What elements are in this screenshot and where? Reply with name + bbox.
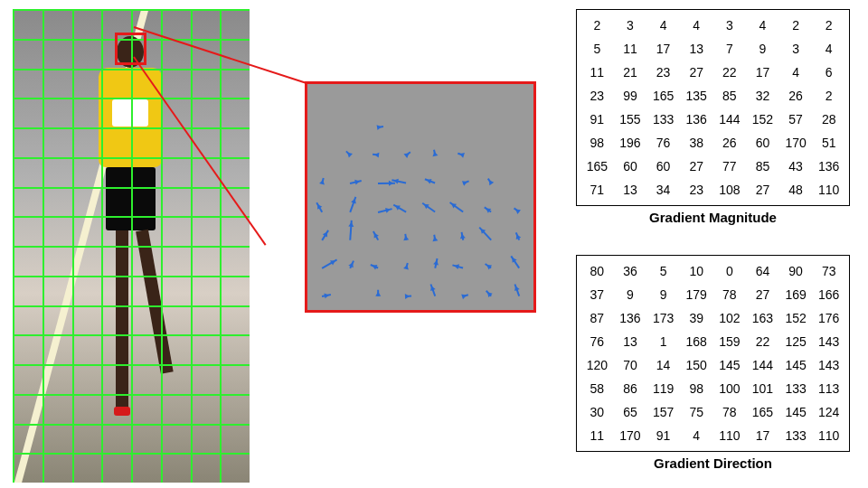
matrix-cell: 155 xyxy=(614,112,647,127)
selected-cell-box xyxy=(115,33,146,65)
matrix-cell: 159 xyxy=(713,334,747,349)
matrix-cell: 145 xyxy=(713,358,747,372)
matrix-cell: 36 xyxy=(614,264,647,278)
matrix-cell: 99 xyxy=(614,89,647,103)
matrix-cell: 11 xyxy=(614,42,647,56)
matrix-cell: 166 xyxy=(812,287,845,302)
matrix-cell: 3 xyxy=(713,18,747,33)
matrix-cell: 10 xyxy=(680,264,713,278)
matrix-cell: 168 xyxy=(680,334,713,349)
matrix-cell: 13 xyxy=(680,42,713,56)
matrix-cell: 21 xyxy=(614,65,647,80)
matrix-cell: 27 xyxy=(680,159,713,174)
matrix-cell: 17 xyxy=(746,65,779,80)
matrix-cell: 143 xyxy=(812,358,845,372)
matrix-cell: 143 xyxy=(812,334,845,349)
matrix-cell: 5 xyxy=(580,42,614,56)
gradient-magnitude-label: Gradient Magnitude xyxy=(576,210,850,225)
matrix-cell: 4 xyxy=(779,65,813,80)
matrix-cell: 26 xyxy=(779,89,813,103)
matrix-cell: 133 xyxy=(646,112,680,127)
matrix-cell: 9 xyxy=(646,287,680,302)
matrix-cell: 0 xyxy=(713,264,747,278)
matrix-cell: 170 xyxy=(614,428,647,443)
matrix-cell: 196 xyxy=(614,136,647,150)
matrix-cell: 76 xyxy=(580,334,614,349)
matrix-cell: 76 xyxy=(646,136,680,150)
matrix-cell: 4 xyxy=(646,18,680,33)
matrix-cell: 165 xyxy=(746,405,779,419)
matrix-cell: 91 xyxy=(646,428,680,443)
matrix-cell: 90 xyxy=(779,264,813,278)
matrix-cell: 27 xyxy=(680,65,713,80)
matrix-cell: 5 xyxy=(646,264,680,278)
matrix-cell: 77 xyxy=(713,159,747,174)
matrix-cell: 78 xyxy=(713,287,747,302)
matrix-cell: 2 xyxy=(580,18,614,33)
matrix-cell: 150 xyxy=(680,358,713,372)
matrix-cell: 108 xyxy=(713,183,747,197)
matrix-cell: 9 xyxy=(614,287,647,302)
gradient-direction-label: Gradient Direction xyxy=(576,455,850,471)
matrix-cell: 43 xyxy=(779,159,813,174)
matrix-cell: 27 xyxy=(746,183,779,197)
matrix-cell: 179 xyxy=(680,287,713,302)
matrix-cell: 4 xyxy=(812,42,845,56)
matrix-cell: 165 xyxy=(580,159,614,174)
matrix-cell: 80 xyxy=(580,264,614,278)
matrix-cell: 4 xyxy=(746,18,779,33)
matrix-cell: 124 xyxy=(812,405,845,419)
matrix-cell: 23 xyxy=(646,65,680,80)
matrix-cell: 125 xyxy=(779,334,813,349)
matrix-cell: 163 xyxy=(746,311,779,325)
gradient-direction-matrix: 8036510064907337991797827169166871361733… xyxy=(576,255,850,452)
matrix-cell: 14 xyxy=(646,358,680,372)
matrix-cell: 2 xyxy=(812,89,845,103)
matrix-cell: 102 xyxy=(713,311,747,325)
matrix-cell: 28 xyxy=(812,112,845,127)
matrix-cell: 98 xyxy=(680,381,713,396)
matrix-cell: 71 xyxy=(580,183,614,197)
matrix-cell: 113 xyxy=(812,381,845,396)
matrix-cell: 133 xyxy=(779,428,813,443)
matrix-cell: 110 xyxy=(812,183,845,197)
matrix-cell: 26 xyxy=(713,136,747,150)
matrix-cell: 22 xyxy=(746,334,779,349)
matrix-cell: 73 xyxy=(812,264,845,278)
matrix-cell: 30 xyxy=(580,405,614,419)
matrix-cell: 120 xyxy=(580,358,614,372)
matrix-cell: 11 xyxy=(580,428,614,443)
matrix-cell: 101 xyxy=(746,381,779,396)
matrix-cell: 165 xyxy=(646,89,680,103)
matrix-cell: 57 xyxy=(779,112,813,127)
matrix-cell: 86 xyxy=(614,381,647,396)
matrix-cell: 145 xyxy=(779,358,813,372)
matrix-cell: 91 xyxy=(580,112,614,127)
matrix-cell: 32 xyxy=(746,89,779,103)
matrix-cell: 85 xyxy=(713,89,747,103)
matrix-cell: 6 xyxy=(812,65,845,80)
matrix-cell: 7 xyxy=(713,42,747,56)
matrix-cell: 170 xyxy=(779,136,813,150)
matrix-cell: 4 xyxy=(680,428,713,443)
matrix-cell: 1 xyxy=(646,334,680,349)
matrix-cell: 17 xyxy=(646,42,680,56)
gradient-arrows-overlay xyxy=(307,84,533,310)
matrix-cell: 87 xyxy=(580,311,614,325)
matrix-cell: 65 xyxy=(614,405,647,419)
matrix-cell: 2 xyxy=(779,18,813,33)
matrix-cell: 75 xyxy=(680,405,713,419)
matrix-cell: 37 xyxy=(580,287,614,302)
matrix-cell: 27 xyxy=(746,287,779,302)
matrix-cell: 133 xyxy=(779,381,813,396)
matrix-cell: 136 xyxy=(812,159,845,174)
hog-cell-grid xyxy=(13,9,250,483)
matrix-cell: 3 xyxy=(779,42,813,56)
matrix-cell: 78 xyxy=(713,405,747,419)
matrix-cell: 60 xyxy=(746,136,779,150)
matrix-cell: 17 xyxy=(746,428,779,443)
matrix-cell: 60 xyxy=(646,159,680,174)
matrix-cell: 13 xyxy=(614,334,647,349)
matrix-cell: 136 xyxy=(614,311,647,325)
matrix-cell: 23 xyxy=(580,89,614,103)
